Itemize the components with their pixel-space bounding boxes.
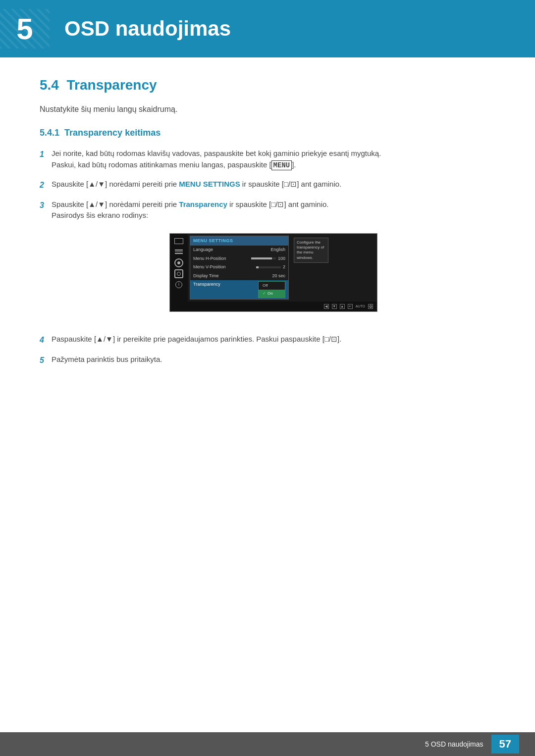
monitor-btn-enter: ↵ [348,304,353,309]
arrow-down-icon: ▼ [332,304,336,309]
monitor-icons-bar: i [170,234,188,302]
step-4-number: 4 [40,334,52,346]
footer-text: 5 OSD naudojimas [425,740,483,748]
step-4: 4 Paspauskite [▲/▼] ir pereikite prie pa… [40,334,495,346]
step-1: 1 Jei norite, kad būtų rodomas klavišų v… [40,148,495,171]
chapter-number-block: 5 [0,9,50,49]
osd-hpos-bar [251,257,276,259]
osd-language-value: English [270,247,285,253]
monitor-icon-gear2 [173,269,185,278]
step-3-content: Spauskite [▲/▼] norėdami pereiti prie Tr… [52,199,495,326]
osd-off-label: Off [263,283,268,289]
osd-menu-box: MENU SETTINGS Language English Menu H-Po… [190,236,289,300]
step-5-number: 5 [40,354,52,366]
osd-hpos-row: Menu H-Position 100 [190,254,288,263]
step-1-content: Jei norite, kad būtų rodomas klavišų vad… [52,148,495,171]
steps-list: 1 Jei norite, kad būtų rodomas klavišų v… [40,148,495,366]
monitor-bottom-bar: ◀ ▼ ▲ ↵ AUT [170,302,377,311]
step-2: 2 Spauskite [▲/▼] norėdami pereiti prie … [40,179,495,191]
monitor-btn-power: ⏻ [368,304,373,309]
arrow-up-icon: ▲ [340,304,344,309]
intro-paragraph: Nustatykite šių meniu langų skaidrumą. [40,105,495,114]
osd-submenu: Off ✓ On [258,281,285,298]
osd-vpos-row: Menu V-Position 2 [190,263,288,272]
osd-on-label: On [268,291,273,297]
monitor-btn-left: ◀ [324,304,329,309]
step-4-content: Paspauskite [▲/▼] ir pereikite prie page… [52,334,495,346]
step-5-content: Pažymėta parinktis bus pritaikyta. [52,354,495,366]
chapter-number: 5 [16,12,33,46]
step-3: 3 Spauskite [▲/▼] norėdami pereiti prie … [40,199,495,326]
osd-hpos-bar-fill [251,257,272,259]
osd-menu-container: MENU SETTINGS Language English Menu H-Po… [188,234,377,302]
monitor-display: i MENU SETTINGS Language [169,233,377,312]
osd-submenu-on: ✓ On [259,290,285,298]
monitor-icon-info: i [173,280,185,289]
menu-icon [175,250,183,254]
monitor-screenshot: i MENU SETTINGS Language [52,233,495,312]
settings-icon [174,269,183,278]
menu-settings-label: MENU SETTINGS [179,180,240,188]
osd-vpos-value: 2 [283,264,285,271]
osd-displaytime-label: Display Time [193,273,219,280]
transparency-label: Transparency [179,200,227,208]
checkmark-icon: ✓ [263,291,266,297]
chapter-title: OSD naudojimas [50,17,231,41]
subsection-title: 5.4.1 Transparency keitimas [40,128,495,138]
step-1-number: 1 [40,148,52,171]
osd-language-label: Language [193,247,213,253]
osd-hpos-label: Menu H-Position [193,255,226,262]
page-footer: 5 OSD naudojimas 57 [0,732,535,756]
page-content: 5.4 Transparency Nustatykite šių meniu l… [0,77,535,366]
osd-submenu-off: Off [259,282,285,290]
osd-hpos-value: 100 [278,255,285,262]
monitor-btn-up: ▲ [340,304,345,309]
menu-code-1: MENU [271,160,292,170]
power-icon: ⏻ [369,304,373,309]
footer-page-number: 57 [491,735,519,754]
monitor-icon-display [173,237,185,246]
monitor-icon-settings [173,258,185,267]
section-title: 5.4 Transparency [40,77,495,93]
osd-tooltip: Configure the transparency of the menu w… [294,238,328,263]
info-icon: i [175,281,182,288]
monitor-btn-down: ▼ [332,304,337,309]
step-3-number: 3 [40,199,52,326]
step-2-content: Spauskite [▲/▼] norėdami pereiti prie ME… [52,179,495,191]
osd-vpos-bar [256,266,281,268]
osd-submenu-container: Off ✓ On [256,281,285,298]
step-2-number: 2 [40,179,52,191]
display-icon [174,238,183,244]
osd-displaytime-row: Display Time 20 sec [190,272,288,281]
page-header: 5 OSD naudojimas [0,0,535,57]
monitor-icon-menu [173,248,185,256]
osd-menu-title: MENU SETTINGS [190,236,288,246]
arrow-left-icon: ◀ [325,304,327,309]
gear-icon [174,258,183,267]
osd-vpos-label: Menu V-Position [193,264,226,271]
osd-transparency-label: Transparency [193,281,220,298]
osd-displaytime-value: 20 sec [272,273,285,280]
auto-label: AUTO [356,304,365,309]
osd-vpos-bar-fill [256,266,259,268]
osd-transparency-row: Transparency Off [190,280,288,299]
osd-language-row: Language English [190,246,288,254]
enter-icon: ↵ [349,304,352,309]
step-5: 5 Pažymėta parinktis bus pritaikyta. [40,354,495,366]
step-3-subtext: Pasirodys šis ekrano rodinys: [52,211,148,219]
